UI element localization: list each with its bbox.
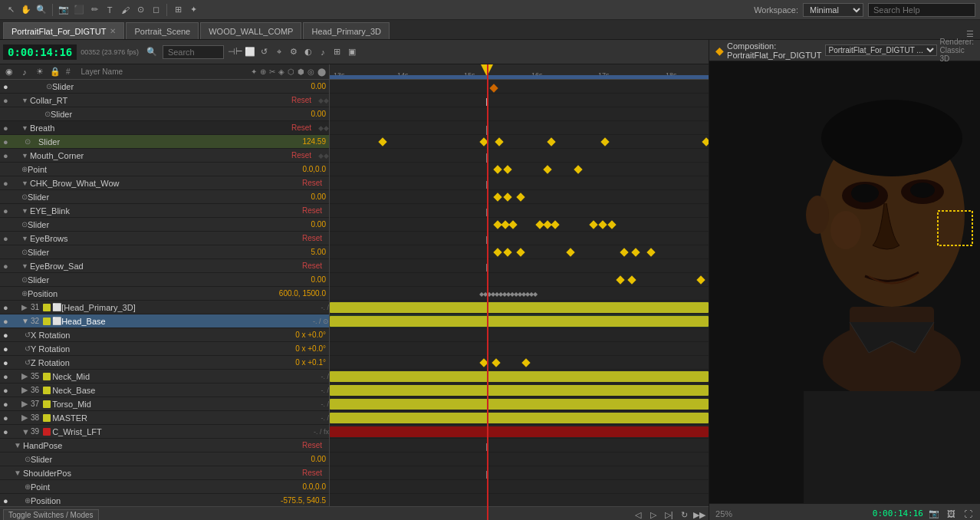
eye-toggle[interactable]: ● bbox=[3, 400, 14, 409]
eye-vis[interactable]: ● bbox=[3, 358, 14, 367]
eye-toggle[interactable]: ● bbox=[3, 262, 14, 271]
magnifier-icon[interactable]: 🔍 bbox=[146, 46, 158, 58]
search-help-input[interactable] bbox=[868, 3, 975, 17]
tab-portrait-flat-close[interactable]: ✕ bbox=[110, 27, 116, 35]
eye-vis[interactable]: ● bbox=[3, 331, 14, 340]
stamp-tool-icon[interactable]: ⊙ bbox=[134, 4, 146, 16]
export-icon[interactable]: ▣ bbox=[346, 46, 358, 58]
workspace-select[interactable]: Minimal Standard All Panels bbox=[803, 3, 863, 17]
expand-icon[interactable]: ▶ bbox=[21, 303, 31, 311]
toggle-switches-modes-button[interactable]: Toggle Switches / Modes bbox=[3, 509, 99, 520]
rotate-icon[interactable]: ↺ bbox=[258, 46, 271, 58]
expand-icon[interactable]: ▼ bbox=[21, 97, 28, 104]
comp-select[interactable]: PortraitFlat_For_DIGTUT ... bbox=[825, 44, 937, 56]
show-snapshot-icon[interactable]: 🖼 bbox=[945, 508, 957, 520]
keyframe-nav[interactable]: ◆◆ bbox=[318, 124, 329, 132]
brush-tool-icon[interactable]: 🖌 bbox=[119, 4, 131, 16]
reset-button[interactable]: Reset bbox=[302, 262, 329, 270]
work-area-bar[interactable] bbox=[330, 75, 709, 79]
camera-tool-icon[interactable]: 📷 bbox=[58, 4, 70, 16]
motion-blur-icon[interactable]: ◐ bbox=[302, 46, 314, 58]
reset-button[interactable]: Reset bbox=[291, 151, 318, 160]
eye-vis[interactable]: ● bbox=[3, 344, 14, 354]
shuttle-icon[interactable]: ⊣⊢ bbox=[229, 46, 242, 58]
col-icon-6[interactable]: ⬢ bbox=[298, 67, 304, 76]
prev-frame-btn[interactable]: ◁ bbox=[632, 509, 644, 521]
expand-icon[interactable]: ▼ bbox=[21, 124, 28, 132]
reset-button[interactable]: Reset bbox=[302, 441, 329, 449]
eye-vis[interactable]: ● bbox=[3, 496, 14, 505]
text-tool-icon[interactable]: T bbox=[104, 4, 116, 16]
expand-icon[interactable]: ▶ bbox=[21, 413, 31, 423]
hand-tool-icon[interactable]: ✋ bbox=[20, 4, 32, 16]
timecode-display[interactable]: 0:00:14:16 bbox=[3, 44, 77, 60]
camera-motion-icon[interactable]: ⌖ bbox=[273, 46, 285, 58]
eye-toggle[interactable]: ● bbox=[3, 317, 14, 326]
tab-portrait-scene[interactable]: Portrait_Scene bbox=[126, 22, 199, 39]
col-icon-3[interactable]: ✂ bbox=[269, 67, 275, 76]
eye-toggle[interactable]: ● bbox=[3, 234, 14, 243]
eye-toggle[interactable]: ● bbox=[3, 82, 14, 91]
eye-toggle[interactable]: ● bbox=[3, 96, 14, 105]
col-icon-5[interactable]: ⬡ bbox=[288, 67, 294, 76]
reset-button[interactable]: Reset bbox=[302, 179, 329, 187]
ruler[interactable]: 13s 14s 15s 16s 17s 18s bbox=[330, 64, 709, 80]
keyframe-nav[interactable]: ◆◆ bbox=[318, 97, 329, 104]
eye-toggle[interactable]: ● bbox=[3, 427, 14, 436]
solo-col-icon[interactable]: ☀ bbox=[34, 66, 46, 78]
eye-col-icon[interactable]: ◉ bbox=[3, 66, 15, 78]
col-icon-2[interactable]: ⊕ bbox=[260, 67, 266, 76]
next-frame-btn[interactable]: ▷| bbox=[663, 509, 675, 521]
col-icon-7[interactable]: ◎ bbox=[307, 67, 314, 76]
eye-toggle[interactable]: ● bbox=[3, 123, 14, 133]
keyframe-nav[interactable]: ◆◆ bbox=[318, 152, 329, 160]
eye-toggle[interactable]: ● bbox=[3, 413, 14, 423]
align-tool-icon[interactable]: ⊞ bbox=[172, 4, 184, 16]
reset-button[interactable]: Reset bbox=[302, 469, 329, 477]
expand-icon[interactable]: ▼ bbox=[21, 235, 28, 242]
col-icon-1[interactable]: ✦ bbox=[251, 67, 257, 76]
frame-icon[interactable]: ⬜ bbox=[244, 46, 256, 58]
tab-wood-wall[interactable]: WOOD_WALL_COMP bbox=[200, 22, 301, 39]
eye-toggle[interactable]: ● bbox=[3, 137, 14, 146]
zoom-tool-icon[interactable]: 🔍 bbox=[35, 4, 48, 16]
reset-button[interactable]: Reset bbox=[302, 206, 329, 215]
expand-icon[interactable]: ▶ bbox=[21, 385, 31, 395]
expand-icon[interactable]: ▼ bbox=[14, 469, 23, 477]
pen-tool-icon[interactable]: ✏ bbox=[88, 4, 100, 16]
eye-toggle[interactable]: ● bbox=[3, 151, 14, 160]
expand-icon[interactable]: ▼ bbox=[14, 441, 23, 449]
select-tool-icon[interactable]: ↖ bbox=[5, 4, 17, 16]
expand-icon[interactable]: ▼ bbox=[21, 317, 31, 325]
eye-toggle[interactable]: ● bbox=[3, 303, 14, 312]
expand-icon[interactable]: ▼ bbox=[21, 179, 28, 187]
col-icon-8[interactable]: ⬤ bbox=[317, 67, 326, 76]
expand-icon[interactable]: ▼ bbox=[21, 262, 28, 270]
tab-head-primary[interactable]: Head_Primary_3D bbox=[303, 22, 389, 39]
audio-col-icon[interactable]: ♪ bbox=[18, 66, 31, 78]
eraser-tool-icon[interactable]: ◻ bbox=[150, 4, 162, 16]
expand-icon[interactable]: ▼ bbox=[21, 152, 28, 160]
expand-icon[interactable]: ▶ bbox=[21, 371, 31, 381]
col-icon-4[interactable]: ◈ bbox=[278, 67, 284, 76]
snapshot-icon[interactable]: 📷 bbox=[928, 508, 940, 520]
tab-portrait-flat[interactable]: PortraitFlat_For_DIGTUT ✕ bbox=[3, 22, 124, 39]
eye-toggle[interactable]: ● bbox=[3, 206, 14, 216]
lock-col-icon[interactable]: 🔒 bbox=[49, 66, 61, 78]
reset-button[interactable]: Reset bbox=[302, 234, 329, 242]
reset-button[interactable]: Reset bbox=[291, 96, 318, 104]
layer-tool-icon[interactable]: ⬛ bbox=[73, 4, 85, 16]
full-screen-icon[interactable]: ⛶ bbox=[962, 508, 974, 520]
layer-search-input[interactable] bbox=[163, 45, 224, 59]
expand-icon[interactable]: ▼ bbox=[21, 207, 28, 215]
eye-toggle[interactable]: ● bbox=[3, 179, 14, 188]
puppet-tool-icon[interactable]: ✦ bbox=[187, 4, 199, 16]
loop-btn[interactable]: ↻ bbox=[678, 509, 690, 521]
grid-icon[interactable]: ⊞ bbox=[331, 46, 344, 58]
zoom-display[interactable]: 25% bbox=[715, 509, 732, 518]
eye-toggle[interactable]: ● bbox=[3, 372, 14, 381]
audio-icon[interactable]: ♪ bbox=[317, 46, 329, 58]
settings-icon[interactable]: ⚙ bbox=[288, 46, 300, 58]
eye-toggle[interactable]: ● bbox=[3, 386, 14, 395]
expand-icon[interactable]: ▼ bbox=[21, 427, 31, 436]
